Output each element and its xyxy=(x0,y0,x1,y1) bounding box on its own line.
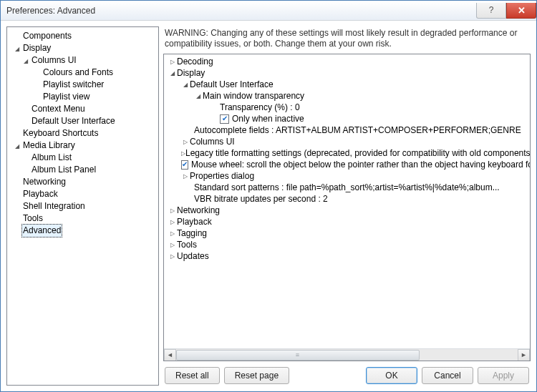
chevron-down-icon[interactable] xyxy=(13,42,21,55)
tree-item-display[interactable]: Display xyxy=(164,67,530,79)
reset-all-button[interactable]: Reset all xyxy=(165,367,220,384)
nav-tree[interactable]: Components Display Columns UI Colours an… xyxy=(6,26,159,386)
nav-item-advanced[interactable]: Advanced xyxy=(9,225,157,237)
nav-item-shell-integration[interactable]: Shell Integration xyxy=(9,200,157,212)
checkbox-mouse-wheel[interactable] xyxy=(181,160,188,170)
chevron-down-icon[interactable] xyxy=(21,54,30,67)
window-title: Preferences: Advanced xyxy=(1,6,95,16)
tree-item-tagging[interactable]: Tagging xyxy=(164,227,530,239)
help-button[interactable]: ? xyxy=(476,3,506,19)
settings-tree[interactable]: Decoding Display Default User Interface … xyxy=(164,54,530,348)
tree-item-only-when-inactive[interactable]: Only when inactive xyxy=(164,113,530,124)
close-button[interactable]: ✕ xyxy=(506,3,536,19)
tree-item-updates[interactable]: Updates xyxy=(164,250,530,262)
tree-item-sort-patterns[interactable]: Standard sort patterns : file path=%path… xyxy=(164,182,530,193)
chevron-right-icon[interactable] xyxy=(181,170,190,182)
nav-item-components[interactable]: Components xyxy=(9,30,157,42)
tree-item-vbr[interactable]: VBR bitrate updates per second : 2 xyxy=(164,193,530,205)
chevron-down-icon[interactable] xyxy=(181,78,190,91)
tree-item-playback[interactable]: Playback xyxy=(164,216,530,227)
nav-item-networking[interactable]: Networking xyxy=(9,176,157,188)
content-area: Components Display Columns UI Colours an… xyxy=(1,21,536,391)
chevron-down-icon[interactable] xyxy=(194,89,203,102)
chevron-right-icon[interactable] xyxy=(168,250,177,263)
tree-item-networking[interactable]: Networking xyxy=(164,205,530,216)
nav-item-album-list[interactable]: Album List xyxy=(9,152,157,164)
nav-item-album-list-panel[interactable]: Album List Panel xyxy=(9,164,157,176)
nav-item-playlist-switcher[interactable]: Playlist switcher xyxy=(9,79,157,91)
nav-item-playback[interactable]: Playback xyxy=(9,188,157,200)
scroll-thumb[interactable]: ≡ xyxy=(176,350,420,361)
close-icon: ✕ xyxy=(518,5,526,16)
tree-item-columns-ui[interactable]: Columns UI xyxy=(164,136,530,147)
chevron-down-icon[interactable] xyxy=(13,139,21,152)
tree-item-properties-dialog[interactable]: Properties dialog xyxy=(164,170,530,182)
checkbox-only-when-inactive[interactable] xyxy=(220,114,229,124)
nav-item-keyboard-shortcuts[interactable]: Keyboard Shortcuts xyxy=(9,127,157,139)
cancel-button[interactable]: Cancel xyxy=(422,367,473,384)
scroll-left-icon[interactable]: ◄ xyxy=(164,349,176,361)
nav-item-tools[interactable]: Tools xyxy=(9,212,157,225)
reset-page-button[interactable]: Reset page xyxy=(224,367,289,384)
apply-button[interactable]: Apply xyxy=(478,367,529,384)
scroll-track[interactable]: ≡ xyxy=(176,349,518,361)
nav-item-colours-fonts[interactable]: Colours and Fonts xyxy=(9,67,157,79)
horizontal-scrollbar[interactable]: ◄ ≡ ► xyxy=(164,348,530,361)
button-row: Reset all Reset page OK Cancel Apply xyxy=(163,361,531,386)
preferences-window: Preferences: Advanced ? ✕ Components Dis… xyxy=(0,0,537,392)
tree-item-mouse-wheel[interactable]: Mouse wheel: scroll the object below the… xyxy=(164,159,530,170)
tree-item-legacy[interactable]: Legacy title formatting settings (deprec… xyxy=(164,147,530,159)
tree-item-default-ui[interactable]: Default User Interface xyxy=(164,79,530,90)
scroll-right-icon[interactable]: ► xyxy=(518,349,530,361)
settings-tree-panel: Decoding Display Default User Interface … xyxy=(163,54,531,361)
nav-item-context-menu[interactable]: Context Menu xyxy=(9,103,157,115)
nav-item-columns-ui[interactable]: Columns UI xyxy=(9,54,157,67)
tree-item-transparency[interactable]: Transparency (%) : 0 xyxy=(164,102,530,113)
chevron-down-icon[interactable] xyxy=(168,67,177,79)
tree-item-autocomplete[interactable]: Autocomplete fields : ARTIST+ALBUM ARTIS… xyxy=(164,124,530,136)
main-panel: WARNING: Changing any of these settings … xyxy=(163,26,531,386)
titlebar[interactable]: Preferences: Advanced ? ✕ xyxy=(1,1,536,21)
tree-item-decoding[interactable]: Decoding xyxy=(164,56,530,67)
tree-item-tools[interactable]: Tools xyxy=(164,239,530,250)
ok-button[interactable]: OK xyxy=(366,367,417,384)
nav-item-display[interactable]: Display xyxy=(9,42,157,54)
warning-text: WARNING: Changing any of these settings … xyxy=(163,26,531,54)
nav-item-media-library[interactable]: Media Library xyxy=(9,139,157,152)
nav-item-default-ui[interactable]: Default User Interface xyxy=(9,115,157,127)
tree-item-main-window-transparency[interactable]: Main window transparency xyxy=(164,90,530,102)
nav-item-playlist-view[interactable]: Playlist view xyxy=(9,91,157,103)
